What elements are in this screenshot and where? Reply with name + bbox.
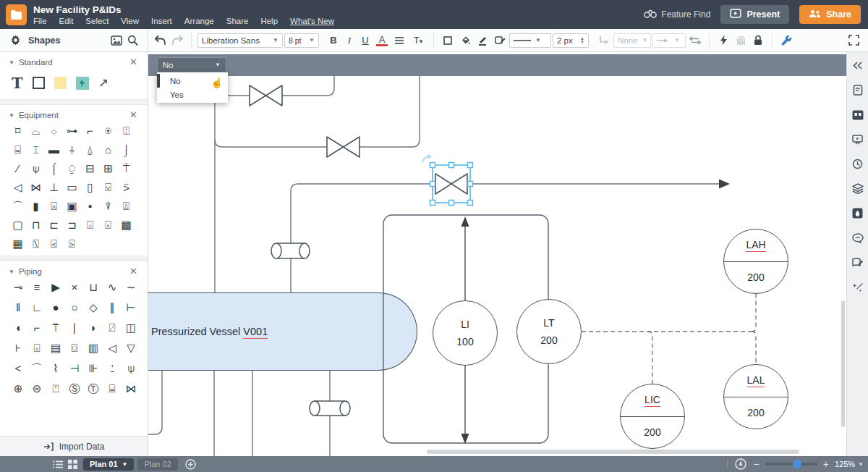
lightning-icon[interactable]: [715, 33, 731, 49]
equipment-shape[interactable]: ⌒: [9, 201, 27, 212]
equipment-shape[interactable]: ⍦: [27, 163, 45, 174]
inline-pipe-fitting[interactable]: [310, 401, 350, 416]
equipment-shape[interactable]: ▭: [63, 182, 81, 193]
equipment-shape[interactable]: ⍜: [63, 163, 81, 174]
present-button[interactable]: Present: [720, 5, 789, 24]
piping-shape[interactable]: ⊔: [84, 282, 103, 293]
presentation-panel-icon[interactable]: [851, 133, 864, 146]
instrument-LAL[interactable]: LAL 200: [723, 364, 788, 429]
piping-shape[interactable]: ○: [65, 302, 84, 313]
piping-shape[interactable]: ∟: [27, 302, 46, 313]
equipment-shape[interactable]: ⌐: [81, 125, 99, 137]
line-end-select[interactable]: ▼: [652, 33, 686, 48]
piping-shape[interactable]: ∣: [65, 322, 84, 334]
history-clock-icon[interactable]: [851, 158, 864, 170]
italic-button[interactable]: I: [342, 35, 357, 46]
font-family-select[interactable]: Liberation Sans▼: [197, 33, 283, 48]
bold-button[interactable]: B: [326, 35, 341, 46]
close-icon[interactable]: ✕: [129, 268, 137, 275]
piping-shape[interactable]: ⊣: [65, 363, 84, 374]
shape-data-panel-icon[interactable]: [851, 109, 864, 121]
equipment-shape[interactable]: ⍌: [99, 182, 117, 193]
rotate-handle-icon[interactable]: [422, 156, 428, 163]
equipment-shape[interactable]: ⍄: [63, 238, 81, 250]
font-size-select[interactable]: 8 pt▼: [284, 33, 319, 48]
piping-shape[interactable]: ⌐: [27, 322, 46, 334]
equipment-shape[interactable]: ⍭: [63, 144, 81, 156]
piping-shape[interactable]: ∼: [122, 282, 140, 293]
piping-shape[interactable]: ∥: [103, 302, 122, 313]
equipment-shape[interactable]: ⍩: [117, 182, 135, 193]
equipment-shape[interactable]: ∕: [9, 163, 27, 174]
piping-shape[interactable]: <: [9, 363, 27, 374]
valve-shape[interactable]: [327, 137, 344, 157]
piping-shape[interactable]: ×: [65, 282, 84, 293]
piping-shape[interactable]: ⍡: [46, 322, 65, 334]
equipment-shape[interactable]: ◁: [9, 182, 27, 193]
piping-shape[interactable]: ▽: [122, 342, 140, 354]
line-start-select[interactable]: None▼: [613, 33, 651, 48]
lock-icon[interactable]: [750, 33, 766, 49]
pipe-connector[interactable]: [215, 140, 327, 147]
equipment-shape[interactable]: ⍍: [117, 201, 135, 212]
piping-shape[interactable]: Ⓢ: [65, 383, 84, 395]
menu-share[interactable]: Share: [226, 17, 249, 25]
feature-find-button[interactable]: Feature Find: [644, 9, 710, 20]
equipment-shape[interactable]: ⋈: [27, 182, 45, 193]
piping-shape[interactable]: ▥: [84, 342, 103, 354]
piping-shape[interactable]: ⊸: [9, 282, 27, 293]
piping-shape[interactable]: ⌻: [27, 342, 46, 354]
instrument-LT[interactable]: LT 200: [516, 299, 582, 364]
align-icon[interactable]: [391, 33, 407, 49]
equipment-shape[interactable]: ⌓: [27, 125, 45, 137]
zoom-in-icon[interactable]: +: [823, 460, 829, 468]
pipe-connector[interactable]: [148, 371, 162, 434]
signal-line[interactable]: [752, 332, 756, 364]
piping-shape[interactable]: ●: [46, 302, 65, 313]
comments-icon[interactable]: [851, 232, 864, 244]
equipment-shape[interactable]: ▦: [9, 238, 27, 250]
equipment-shape[interactable]: ⌠: [45, 163, 63, 174]
piping-shape[interactable]: ⍦: [122, 363, 140, 374]
note-shape-icon[interactable]: [54, 77, 67, 89]
equipment-shape[interactable]: ⊞: [99, 163, 117, 174]
line-shape-icon[interactable]: ↗: [98, 75, 109, 90]
valve-shape[interactable]: [344, 137, 360, 157]
piping-shape[interactable]: ‖: [9, 302, 27, 313]
undo-icon[interactable]: [152, 33, 168, 49]
valve-shape[interactable]: [266, 85, 283, 106]
layers-icon[interactable]: [851, 182, 864, 195]
piping-shape[interactable]: ◖: [9, 322, 27, 334]
document-folder-icon[interactable]: [6, 4, 27, 25]
menu-insert[interactable]: Insert: [151, 17, 172, 25]
page-grid-icon[interactable]: [65, 457, 80, 471]
piping-shape[interactable]: Ⓣ: [84, 383, 103, 395]
selected-valve-shape[interactable]: [435, 174, 451, 194]
equipment-shape[interactable]: ⌻: [99, 219, 117, 231]
document-title[interactable]: New Facility P&IDs: [33, 4, 334, 15]
equipment-shape[interactable]: ⊟: [81, 163, 99, 174]
menu-select[interactable]: Select: [85, 17, 109, 25]
piping-shape[interactable]: ⊢: [122, 302, 140, 313]
signal-line[interactable]: [752, 294, 756, 332]
piping-shape[interactable]: ⍘: [103, 363, 122, 374]
pipe-connector[interactable]: [359, 76, 420, 147]
styles-panel-icon[interactable]: [851, 207, 864, 219]
magic-wand-icon[interactable]: [851, 281, 864, 293]
equipment-shape[interactable]: ⌂: [99, 144, 117, 156]
equipment-shape[interactable]: ▢: [9, 219, 27, 231]
piping-shape[interactable]: ⋈: [122, 383, 140, 395]
page-tab-plan02[interactable]: Plan 02: [137, 458, 177, 471]
piping-shape[interactable]: ⊕: [9, 383, 27, 395]
equipment-shape[interactable]: ▩: [117, 219, 135, 231]
piping-shape[interactable]: ∿: [103, 282, 122, 293]
equipment-shape[interactable]: ⌺: [81, 219, 99, 231]
line-width-stepper[interactable]: 2 px ▲▼: [553, 33, 589, 48]
shape-data-dropdown[interactable]: No ▼: [157, 57, 226, 72]
piping-shape[interactable]: ⍁: [103, 322, 122, 334]
piping-shape[interactable]: ◇: [84, 302, 103, 313]
close-icon[interactable]: ✕: [129, 59, 137, 66]
line-style-select[interactable]: ▼: [509, 33, 551, 48]
menu-arrange[interactable]: Arrange: [184, 17, 214, 25]
equipment-shape[interactable]: ⍙: [81, 144, 99, 156]
